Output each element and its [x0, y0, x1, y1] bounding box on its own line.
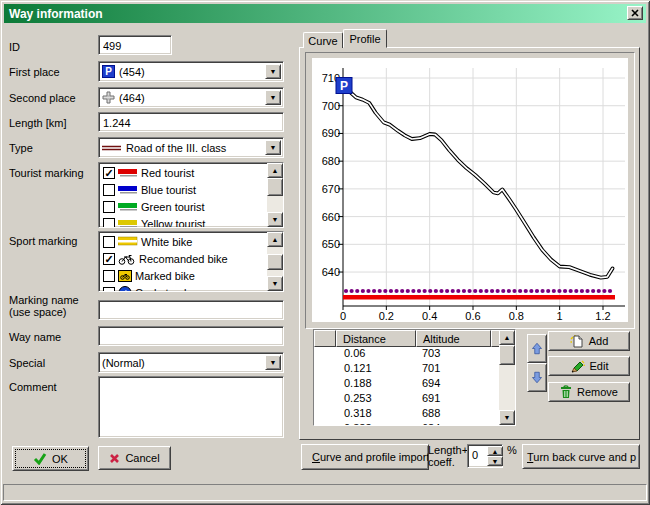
way-name-input[interactable] — [98, 326, 284, 346]
table-scroll-thumb[interactable] — [499, 345, 515, 365]
svg-text:640: 640 — [322, 266, 340, 278]
scroll-down-icon[interactable]: ▼ — [499, 410, 515, 425]
sport-marking-list[interactable]: White bike✓Recomanded bikeMarked bikeCyc… — [98, 231, 284, 292]
turn-back-button[interactable]: Turn back curve and p — [522, 444, 640, 469]
scroll-down-icon[interactable]: ▼ — [267, 212, 283, 227]
table-header-cell[interactable]: Altitude — [416, 330, 491, 347]
marking-name-label: Marking name — [9, 294, 79, 306]
altitude-cell: 691 — [416, 392, 491, 407]
table-row[interactable]: 0.253691 — [314, 392, 515, 407]
sport-scroll-thumb[interactable] — [267, 254, 283, 270]
length-label: Length [km] — [9, 117, 66, 129]
length-input[interactable] — [98, 112, 284, 132]
tourist-list-scrollbar[interactable]: ▲ ▼ — [267, 163, 283, 227]
row-indent-cell — [314, 407, 336, 422]
list-item-label: Recomanded bike — [139, 253, 228, 265]
altitude-cell: 701 — [416, 362, 491, 377]
checked-checkbox[interactable]: ✓ — [103, 253, 115, 265]
unchecked-checkbox[interactable] — [103, 201, 115, 213]
profile-points-table: DistanceAltitude 0.067030.1217010.188694… — [313, 329, 516, 426]
distance-cell: 0.253 — [336, 392, 416, 407]
table-header-cell[interactable]: Distance — [336, 330, 416, 347]
comment-textarea[interactable] — [98, 376, 284, 438]
row-indent-cell — [314, 377, 336, 392]
special-value: (Normal) — [102, 357, 145, 369]
length-coeff-label-line1: Length+ — [428, 444, 468, 456]
table-row[interactable]: 0.121701 — [314, 362, 515, 377]
special-combo[interactable]: (Normal) ▼ — [98, 352, 284, 373]
status-bar — [3, 484, 647, 501]
unchecked-checkbox[interactable] — [103, 287, 115, 293]
tourist-stripe-icon — [118, 201, 138, 212]
table-header-cell[interactable] — [314, 330, 336, 347]
list-item[interactable]: Cycle track — [100, 284, 266, 292]
special-label: Special — [9, 357, 45, 369]
svg-text:670: 670 — [322, 183, 340, 195]
type-label: Type — [9, 142, 33, 154]
add-button[interactable]: Add — [548, 331, 630, 351]
svg-text:P: P — [340, 79, 348, 93]
second-place-combo[interactable]: (464) ▼ — [98, 87, 284, 108]
table-row[interactable]: 0.06703 — [314, 347, 515, 362]
first-place-combo[interactable]: P (454) ▼ — [98, 61, 284, 82]
table-row[interactable]: 0.383684 — [314, 422, 515, 425]
curve-profile-import-button[interactable]: Curve and profile import — [301, 444, 429, 470]
sport-marking-label: Sport marking — [9, 235, 77, 247]
scroll-down-icon[interactable]: ▼ — [267, 276, 283, 291]
cycle-track-icon — [118, 286, 132, 292]
first-place-dropdown-button[interactable]: ▼ — [265, 64, 281, 79]
ok-button-label: OK — [52, 453, 68, 465]
title-bar[interactable]: Way information — [4, 4, 646, 23]
tab-profile[interactable]: Profile — [343, 29, 387, 48]
distance-cell: 0.06 — [336, 347, 416, 362]
special-dropdown-button[interactable]: ▼ — [265, 355, 281, 370]
edit-button[interactable]: Edit — [548, 356, 630, 376]
tab-curve-label: Curve — [308, 35, 337, 47]
table-row[interactable]: 0.318688 — [314, 407, 515, 422]
second-place-dropdown-button[interactable]: ▼ — [265, 90, 281, 105]
table-row[interactable]: 0.188694 — [314, 377, 515, 392]
tourist-stripe-icon — [118, 167, 138, 178]
unchecked-checkbox[interactable] — [103, 236, 115, 248]
id-label: ID — [9, 41, 20, 53]
marked-bike-icon — [118, 270, 132, 282]
sport-list-scrollbar[interactable]: ▲ ▼ — [267, 232, 283, 291]
checked-checkbox[interactable]: ✓ — [103, 167, 115, 179]
list-item[interactable]: Green tourist — [100, 198, 266, 215]
id-input[interactable] — [98, 35, 172, 55]
unchecked-checkbox[interactable] — [103, 218, 115, 229]
marking-name-input[interactable] — [98, 300, 284, 320]
move-down-button[interactable] — [527, 363, 547, 392]
distance-cell: 0.121 — [336, 362, 416, 377]
tab-curve[interactable]: Curve — [303, 32, 343, 48]
tourist-scroll-thumb[interactable] — [267, 178, 283, 196]
scroll-up-icon[interactable]: ▲ — [267, 163, 283, 178]
tab-profile-label: Profile — [349, 33, 380, 45]
road-icon — [102, 143, 122, 153]
list-item[interactable]: Marked bike — [100, 267, 266, 284]
type-dropdown-button[interactable]: ▼ — [265, 140, 281, 155]
tourist-marking-list[interactable]: ✓Red touristBlue touristGreen touristYel… — [98, 162, 284, 228]
cancel-button[interactable]: Cancel — [98, 446, 171, 470]
move-up-button[interactable] — [527, 334, 547, 363]
parking-icon: P — [102, 65, 115, 78]
unchecked-checkbox[interactable] — [103, 184, 115, 196]
scroll-up-icon[interactable]: ▲ — [267, 232, 283, 247]
close-button[interactable] — [627, 6, 643, 20]
length-coeff-value: 0 — [472, 449, 478, 461]
remove-button[interactable]: Remove — [548, 382, 630, 402]
ok-button[interactable]: OK — [12, 446, 89, 471]
list-item[interactable]: ✓Red tourist — [100, 164, 266, 181]
scroll-up-icon[interactable]: ▲ — [499, 330, 515, 345]
unchecked-checkbox[interactable] — [103, 270, 115, 282]
spinner-up-icon[interactable]: ▲ — [487, 446, 503, 456]
spinner-down-icon[interactable]: ▼ — [487, 456, 503, 466]
length-coeff-spinner[interactable]: 0 ▲ ▼ — [467, 444, 503, 468]
list-item[interactable]: ✓Recomanded bike — [100, 250, 266, 267]
list-item[interactable]: Yellow tourist — [100, 215, 266, 228]
list-item[interactable]: White bike — [100, 233, 266, 250]
type-combo[interactable]: Road of the III. class ▼ — [98, 137, 284, 158]
table-scrollbar[interactable]: ▲ ▼ — [499, 330, 515, 425]
list-item[interactable]: Blue tourist — [100, 181, 266, 198]
type-value: Road of the III. class — [126, 142, 226, 154]
